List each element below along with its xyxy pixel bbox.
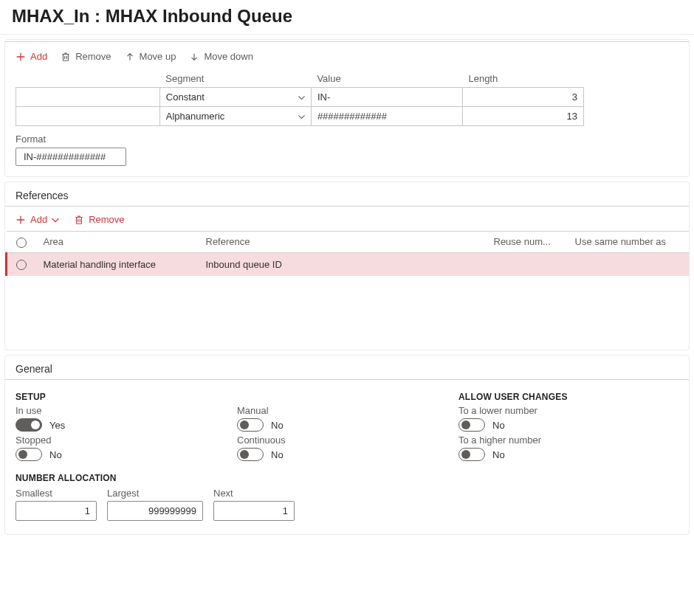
general-card: General SETUP In use Yes Stopped No	[4, 355, 690, 535]
segment-length-cell[interactable]: 13	[462, 107, 583, 126]
higher-value: No	[492, 449, 505, 460]
move-up-label: Move up	[140, 51, 176, 62]
references-empty-area	[5, 276, 689, 342]
stopped-label: Stopped	[16, 435, 222, 446]
add-label: Add	[30, 51, 47, 62]
continuous-value: No	[271, 449, 284, 460]
remove-button[interactable]: Remove	[61, 51, 111, 62]
remove-button[interactable]: Remove	[74, 214, 124, 225]
move-down-label: Move down	[204, 51, 252, 62]
in-use-toggle[interactable]	[16, 418, 42, 432]
col-reference[interactable]: Reference	[199, 232, 487, 253]
segments-col-blank	[16, 69, 160, 88]
row-select[interactable]	[7, 252, 36, 276]
smallest-label: Smallest	[16, 488, 97, 499]
segment-value-cell[interactable]: #############	[311, 107, 462, 126]
svg-rect-2	[63, 54, 69, 60]
segments-col-value[interactable]: Value	[311, 69, 462, 88]
segments-table: Segment Value Length Constant IN- 3 Alph…	[16, 69, 584, 126]
add-label: Add	[30, 214, 47, 225]
ref-area-cell: Material handling interface	[36, 252, 199, 276]
trash-icon	[61, 52, 71, 62]
table-row[interactable]: Alphanumeric ############# 13	[16, 107, 584, 126]
row-selector[interactable]	[16, 107, 160, 126]
remove-label: Remove	[89, 214, 124, 225]
plus-icon	[16, 215, 26, 225]
references-title: References	[5, 182, 689, 206]
format-label: Format	[16, 134, 678, 145]
move-up-button[interactable]: Move up	[125, 51, 176, 62]
segment-dropdown[interactable]: Constant	[159, 88, 311, 107]
svg-rect-11	[77, 217, 82, 224]
chevron-down-icon	[50, 215, 61, 225]
setup-heading: SETUP	[16, 392, 222, 402]
format-input[interactable]: IN-#############	[16, 148, 126, 166]
in-use-label: In use	[16, 405, 222, 416]
stopped-toggle[interactable]	[16, 448, 42, 461]
col-reuse[interactable]: Reuse num...	[487, 232, 568, 253]
segments-card: Segments Add Remove Move up Move down Se…	[4, 39, 690, 177]
col-use-same[interactable]: Use same number as	[568, 232, 690, 253]
ref-usesame-cell	[568, 252, 690, 276]
segments-col-length[interactable]: Length	[462, 69, 583, 88]
lower-toggle[interactable]	[458, 418, 485, 432]
select-all[interactable]	[7, 232, 36, 253]
allow-heading: ALLOW USER CHANGES	[458, 392, 687, 402]
lower-value: No	[492, 420, 505, 431]
ref-reuse-cell	[487, 252, 568, 276]
next-input[interactable]: 1	[213, 501, 295, 521]
in-use-value: Yes	[49, 420, 65, 431]
references-toolbar: Add Remove	[5, 211, 689, 229]
add-button[interactable]: Add	[16, 214, 61, 225]
table-row[interactable]: Constant IN- 3	[16, 88, 584, 107]
segments-header-cut: Segments	[5, 39, 689, 41]
radio-icon	[16, 260, 27, 270]
continuous-label: Continuous	[237, 435, 444, 446]
radio-icon	[16, 238, 27, 248]
allocation-row: Smallest 1 Largest 999999999 Next 1	[5, 485, 689, 527]
col-area[interactable]: Area	[36, 232, 199, 253]
lower-label: To a lower number	[458, 405, 687, 416]
arrow-down-icon	[189, 52, 199, 62]
row-selector[interactable]	[16, 88, 160, 107]
ref-reference-cell: Inbound queue ID	[199, 252, 487, 276]
higher-toggle[interactable]	[458, 448, 485, 461]
manual-label: Manual	[237, 405, 444, 416]
stopped-value: No	[49, 449, 62, 460]
largest-label: Largest	[107, 488, 203, 499]
page-title: MHAX_In : MHAX Inbound Queue	[0, 0, 694, 35]
references-card: References Add Remove Area Reference Reu…	[4, 181, 690, 350]
format-block: Format IN-#############	[5, 126, 689, 169]
segment-value-cell[interactable]: IN-	[311, 88, 462, 107]
manual-toggle[interactable]	[237, 418, 264, 432]
higher-label: To a higher number	[458, 435, 687, 446]
allocation-heading: NUMBER ALLOCATION	[16, 473, 678, 483]
segments-toolbar: Add Remove Move up Move down	[5, 46, 689, 69]
smallest-input[interactable]: 1	[16, 501, 97, 521]
continuous-toggle[interactable]	[237, 448, 264, 461]
table-row[interactable]: Material handling interface Inbound queu…	[7, 252, 690, 276]
trash-icon	[74, 215, 84, 225]
setup-heading-spacer	[237, 392, 444, 402]
arrow-up-icon	[125, 52, 135, 62]
segment-dropdown[interactable]: Alphanumeric	[159, 107, 311, 126]
plus-icon	[16, 52, 26, 62]
next-label: Next	[213, 488, 295, 499]
general-title: General	[5, 356, 689, 379]
manual-value: No	[271, 420, 284, 431]
add-button[interactable]: Add	[16, 51, 47, 62]
segments-col-segment[interactable]: Segment	[159, 69, 311, 88]
chevron-down-icon	[297, 111, 306, 121]
references-table: Area Reference Reuse num... Use same num…	[5, 231, 689, 276]
largest-input[interactable]: 999999999	[107, 501, 203, 521]
remove-label: Remove	[75, 51, 111, 62]
move-down-button[interactable]: Move down	[189, 51, 252, 62]
chevron-down-icon	[297, 92, 306, 102]
segment-length-cell[interactable]: 3	[462, 88, 583, 107]
